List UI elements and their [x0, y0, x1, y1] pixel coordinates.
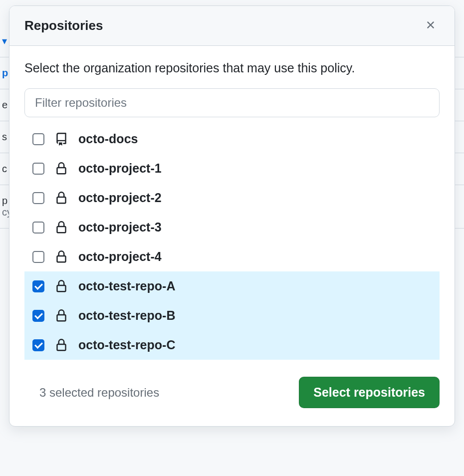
repository-item[interactable]: octo-test-repo-B — [24, 301, 440, 330]
repository-checkbox[interactable] — [32, 339, 44, 351]
repository-name: octo-docs — [78, 132, 138, 146]
repository-checkbox[interactable] — [32, 192, 44, 204]
lock-icon — [54, 279, 68, 293]
repository-name: octo-project-1 — [78, 161, 162, 176]
repositories-modal: Repositories Select the organization rep… — [9, 5, 455, 427]
repository-checkbox[interactable] — [32, 280, 44, 292]
select-repositories-button[interactable]: Select repositories — [299, 377, 440, 408]
repository-name: octo-project-3 — [78, 220, 162, 235]
lock-icon — [54, 221, 68, 235]
selected-count-label: 3 selected repositories — [24, 386, 159, 400]
repository-name: octo-test-repo-C — [78, 338, 175, 352]
repository-item[interactable]: octo-project-4 — [24, 242, 440, 271]
modal-footer: 3 selected repositories Select repositor… — [9, 365, 455, 426]
modal-description: Select the organization repositories tha… — [24, 61, 440, 75]
repository-item[interactable]: octo-project-1 — [24, 154, 440, 183]
close-button[interactable] — [422, 16, 440, 35]
repository-checkbox[interactable] — [32, 163, 44, 175]
lock-icon — [54, 250, 68, 264]
lock-icon — [54, 191, 68, 205]
filter-repositories-input[interactable] — [24, 88, 440, 117]
close-icon — [425, 19, 437, 32]
repository-checkbox[interactable] — [32, 133, 44, 145]
repository-name: octo-project-4 — [78, 249, 162, 264]
modal-title: Repositories — [24, 18, 103, 33]
repository-name: octo-test-repo-A — [78, 279, 175, 293]
lock-icon — [54, 162, 68, 176]
repository-item[interactable]: octo-test-repo-A — [24, 271, 440, 301]
lock-icon — [54, 309, 68, 323]
repository-checkbox[interactable] — [32, 251, 44, 263]
repository-checkbox[interactable] — [32, 310, 44, 322]
modal-header: Repositories — [9, 6, 455, 46]
repository-name: octo-test-repo-B — [78, 308, 175, 323]
repository-checkbox[interactable] — [32, 222, 44, 234]
modal-body: Select the organization repositories tha… — [9, 46, 455, 365]
repo-icon — [54, 132, 68, 146]
modal-overlay: Repositories Select the organization rep… — [0, 0, 464, 476]
repository-item[interactable]: octo-project-2 — [24, 183, 440, 213]
repository-name: octo-project-2 — [78, 191, 162, 205]
repository-item[interactable]: octo-project-3 — [24, 213, 440, 242]
repository-list: octo-docsocto-project-1octo-project-2oct… — [24, 124, 440, 360]
lock-icon — [54, 338, 68, 352]
repository-item[interactable]: octo-test-repo-C — [24, 330, 440, 360]
repository-item[interactable]: octo-docs — [24, 124, 440, 154]
